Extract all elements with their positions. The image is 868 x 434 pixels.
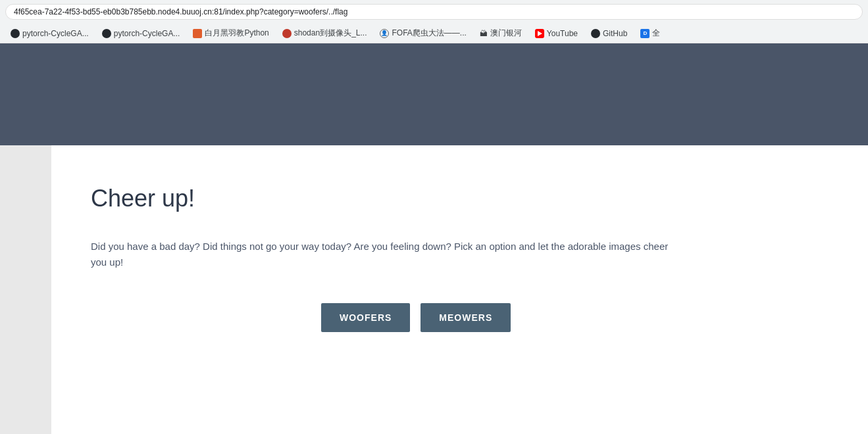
bookmark-label: shodan到摄像头_L... — [294, 28, 367, 39]
github-icon — [591, 29, 600, 38]
bookmark-github[interactable]: GitHub — [586, 27, 632, 40]
bookmark-youtube[interactable]: YouTube — [530, 27, 583, 40]
buttons-row: WOOFERS MEOWERS — [321, 303, 842, 332]
bookmark-fofa[interactable]: 👤 FOFA爬虫大法——... — [374, 26, 471, 41]
sidebar — [0, 145, 51, 434]
site-header — [0, 43, 868, 145]
bookmark-shodan[interactable]: shodan到摄像头_L... — [277, 26, 372, 41]
bookmark-label: 白月黑羽教Python — [205, 28, 268, 39]
bookmark-label: 全 — [652, 28, 660, 39]
main-content: Cheer up! Did you have a bad day? Did th… — [51, 145, 868, 434]
mountain-icon: 🏔 — [480, 29, 488, 38]
address-bar[interactable]: 4f65cea-7a22-4f53-bd55-eb0b3b785ebb.node… — [5, 4, 863, 20]
bookmark-label: YouTube — [547, 29, 578, 38]
bookmark-data[interactable]: D 全 — [635, 26, 665, 41]
bookmark-baiyue[interactable]: 白月黑羽教Python — [188, 26, 274, 41]
bookmark-pytorch1[interactable]: pytorch-CycleGA... — [5, 27, 94, 40]
youtube-icon — [535, 29, 544, 38]
bookmark-label: pytorch-CycleGA... — [114, 29, 180, 38]
person-icon: 👤 — [380, 29, 389, 38]
bookmark-label: 澳门银河 — [490, 28, 522, 39]
page-description: Did you have a bad day? Did things not g… — [91, 239, 683, 270]
bookmark-label: FOFA爬虫大法——... — [392, 28, 466, 39]
github-icon — [102, 29, 111, 38]
data-icon: D — [640, 29, 650, 38]
bookmark-maocao[interactable]: 🏔 澳门银河 — [474, 26, 527, 41]
address-bar-row: 4f65cea-7a22-4f53-bd55-eb0b3b785ebb.node… — [0, 0, 868, 24]
meowers-button[interactable]: MEOWERS — [421, 303, 511, 332]
bookmarks-bar: pytorch-CycleGA... pytorch-CycleGA... 白月… — [0, 24, 868, 43]
woofers-button[interactable]: WOOFERS — [321, 303, 410, 332]
bookmark-label: pytorch-CycleGA... — [22, 29, 89, 38]
bookmark-label: GitHub — [603, 29, 627, 38]
page-wrapper: Cheer up! Did you have a bad day? Did th… — [0, 145, 868, 434]
github-icon — [11, 29, 20, 38]
page-heading: Cheer up! — [91, 185, 842, 212]
baiyue-icon — [193, 29, 202, 38]
bookmark-pytorch2[interactable]: pytorch-CycleGA... — [97, 27, 186, 40]
shodan-icon — [282, 29, 292, 38]
browser-chrome: 4f65cea-7a22-4f53-bd55-eb0b3b785ebb.node… — [0, 0, 868, 43]
